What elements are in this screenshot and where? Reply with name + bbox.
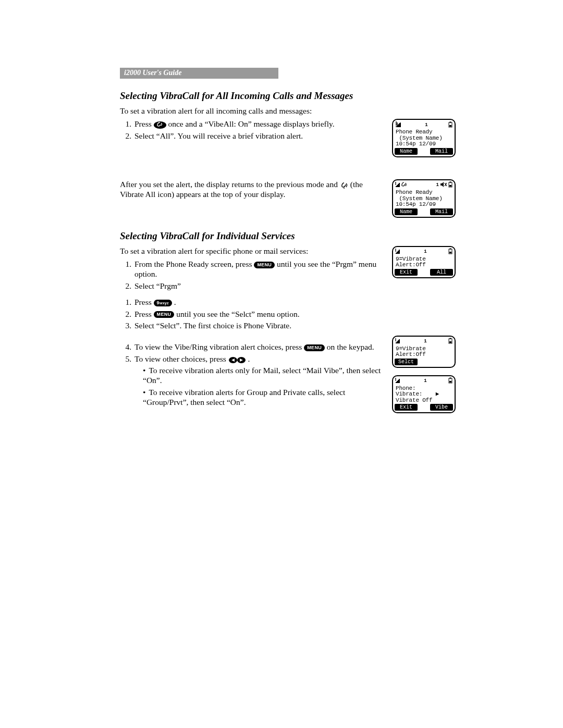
svg-rect-28 [450,338,451,339]
softkey-right: Mail [430,208,453,215]
svg-rect-12 [450,182,451,183]
svg-rect-30 [396,382,397,383]
screen-line: Alert:Off [396,262,452,268]
svg-rect-29 [449,341,451,343]
svg-rect-19 [399,250,400,254]
svg-rect-31 [397,381,398,383]
menu-key-icon: MENU [154,311,175,318]
menu-key-icon: MENU [254,262,275,268]
line-digit: 1 [424,339,426,344]
svg-rect-8 [397,185,398,187]
svg-rect-9 [398,184,399,187]
svg-rect-2 [399,124,400,127]
softkey-left: Exit [395,269,418,276]
vibrate-all-icon [340,181,348,189]
svg-rect-1 [398,125,399,127]
svg-rect-13 [449,185,451,187]
softkey-right: Mail [430,148,453,155]
svg-rect-25 [398,340,399,343]
header-bar: i2000 User's Guide [120,68,278,79]
section2-intro: To set a vibration alert for specific ph… [120,246,383,256]
screen-line: 10:54p 12/09 [396,141,452,147]
softkey-left: Name [395,148,418,155]
phone-screen: 1 9=Vibrate Alert:Off Exit All [392,246,456,278]
svg-rect-5 [450,121,451,122]
signal-icon [395,338,402,346]
step: From the Phone Ready screen, press MENU … [133,259,383,279]
svg-rect-35 [450,378,451,379]
softkey-right: Vibe [430,404,453,411]
section1-title: Selecting VibraCall for All Incoming Cal… [120,90,459,102]
softkey-left: Name [395,208,418,215]
svg-rect-36 [449,381,451,382]
svg-rect-32 [398,380,399,383]
section1-steps: Press once and a “VibeAll: On” message d… [120,119,383,141]
nine-key-icon: 9wxyz [154,300,172,306]
menu-key-icon: MENU [304,344,325,351]
battery-icon [448,248,452,256]
section2-title: Selecting VibraCall for Individual Servi… [120,230,459,242]
screen-line: 10:54p 12/09 [396,202,452,208]
status-row: 1 [395,121,453,129]
svg-rect-16 [396,253,397,254]
line-digit: 1 [424,379,426,384]
svg-rect-23 [396,342,397,343]
section1-after: After you set the alert, the display ret… [120,179,383,200]
header-title: i2000 User's Guide [124,69,181,77]
page: i2000 User's Guide Selecting VibraCall f… [0,0,563,728]
svg-rect-18 [398,251,399,254]
signal-vibe-icons [395,181,411,190]
svg-rect-6 [449,125,451,127]
softkey-left: Exit [395,404,418,411]
battery-icon [448,338,452,346]
mute-icon [440,181,447,190]
phone-screen: 1 9=Vibrate Alert:Off Selct ____ [392,336,456,368]
svg-rect-26 [399,339,400,343]
svg-rect-24 [397,341,398,343]
signal-icon [395,248,402,256]
line-digit: 1 [436,183,439,188]
step: Select “Prgm” [133,281,383,291]
svg-rect-17 [397,252,398,254]
step: To view other choices, press . To receiv… [133,354,383,408]
nav-arrows-icon [228,355,246,364]
step: Press MENU until you see the “Selct” men… [133,309,383,319]
battery-icon [448,181,452,190]
svg-rect-21 [450,248,451,249]
signal-icon [395,121,405,130]
bullet: To receive vibration alerts for Group an… [142,387,383,408]
section2-bullets: To receive vibration alerts only for Mai… [134,365,383,408]
step: Press once and a “VibeAll: On” message d… [133,119,383,129]
section1-intro: To set a vibration alert for all incomin… [120,106,459,116]
step: Select “Selct”. The first choice is Phon… [133,320,383,330]
screen-line: Alert:Off [396,352,452,358]
phone-screen: 1 Phone Ready (System Name) 10:54p 12/09… [392,119,456,157]
phone-screen: 1 Phone Ready (System Name) 10:54p 12/09… [392,179,456,218]
softkey-left: Selct [395,359,418,365]
vibe-key-icon [154,121,166,129]
softkey-right: All [430,269,453,276]
softkey-right: ____ [430,359,453,365]
line-digit: 1 [424,250,426,254]
step: To view the Vibe/Ring vibration alert ch… [133,342,383,352]
step: Press 9wxyz . [133,297,383,307]
signal-icon [395,377,402,386]
svg-rect-22 [449,252,451,253]
svg-rect-7 [396,186,397,187]
svg-rect-0 [397,126,398,127]
section2-stepsA: From the Phone Ready screen, press MENU … [120,259,383,291]
step: Select “All”. You will receive a brief v… [133,131,383,141]
svg-rect-33 [399,379,400,383]
phone-screen: 1 Phone: Vibrate: ▶ Vibrate Off Exit Vib… [392,375,456,414]
battery-icon [448,121,452,130]
svg-rect-3 [400,123,401,127]
battery-icon [448,377,452,386]
bullet: To receive vibration alerts only for Mai… [142,365,383,386]
screen-line: Phone Ready [396,190,452,196]
svg-rect-10 [399,183,400,187]
section2-stepsB: Press 9wxyz . Press MENU until you see t… [120,297,383,407]
status-row: 1 [395,182,453,189]
line-digit: 1 [425,123,427,128]
screen-line: Vibrate Off [396,398,452,404]
